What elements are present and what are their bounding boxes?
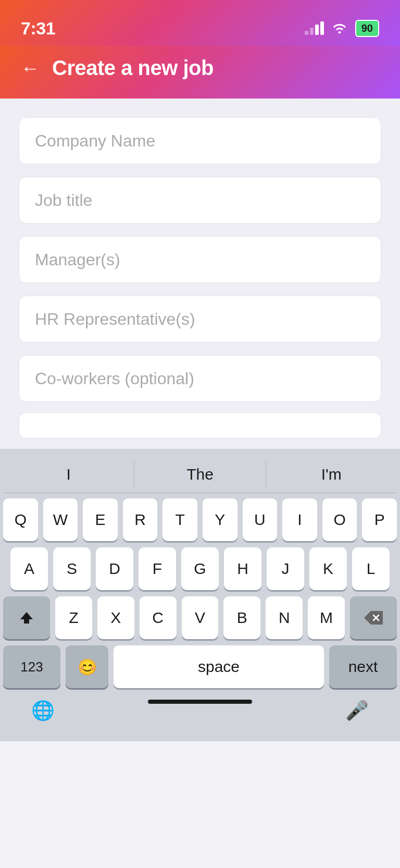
key-o[interactable]: O [322, 498, 357, 541]
numbers-key[interactable]: 123 [3, 645, 60, 688]
key-e[interactable]: E [83, 498, 118, 541]
key-l[interactable]: L [352, 547, 390, 590]
key-i[interactable]: I [282, 498, 317, 541]
page-header: ← Create a new job [0, 46, 400, 99]
keyboard: I The I'm Q W E R T Y U I O P A S D F G … [0, 449, 400, 694]
key-d[interactable]: D [96, 547, 133, 590]
key-n[interactable]: N [266, 596, 303, 639]
status-icons: 90 [305, 20, 379, 37]
key-f[interactable]: F [139, 547, 176, 590]
battery-icon: 90 [355, 20, 379, 37]
key-v[interactable]: V [182, 596, 219, 639]
managers-input[interactable] [19, 236, 381, 283]
key-z[interactable]: Z [55, 596, 92, 639]
company-name-input[interactable] [19, 117, 381, 164]
status-time: 7:31 [21, 18, 55, 39]
key-q[interactable]: Q [3, 498, 38, 541]
key-x[interactable]: X [97, 596, 134, 639]
signal-icon [305, 21, 324, 35]
space-key[interactable]: space [114, 645, 324, 688]
form-area [0, 99, 400, 449]
next-key[interactable]: next [329, 645, 397, 688]
back-button[interactable]: ← [21, 57, 40, 79]
autocomplete-item-3[interactable]: I'm [266, 461, 397, 487]
key-c[interactable]: C [140, 596, 177, 639]
key-t[interactable]: T [162, 498, 197, 541]
keyboard-row-3: Z X C V B N M [3, 596, 397, 639]
key-b[interactable]: B [223, 596, 260, 639]
emoji-key[interactable]: 😊 [66, 645, 108, 688]
key-p[interactable]: P [362, 498, 397, 541]
key-k[interactable]: K [309, 547, 347, 590]
key-r[interactable]: R [123, 498, 158, 541]
globe-icon[interactable]: 🌐 [31, 700, 55, 722]
keyboard-bottom-row: 123 😊 space next [3, 645, 397, 694]
key-y[interactable]: Y [203, 498, 238, 541]
key-s[interactable]: S [53, 547, 91, 590]
shift-key[interactable] [3, 596, 50, 639]
key-a[interactable]: A [10, 547, 48, 590]
delete-key[interactable] [350, 596, 397, 639]
microphone-icon[interactable]: 🎤 [345, 700, 369, 722]
autocomplete-item-1[interactable]: I [3, 461, 134, 487]
key-w[interactable]: W [43, 498, 78, 541]
coworkers-input[interactable] [19, 355, 381, 402]
keyboard-row-1: Q W E R T Y U I O P [3, 498, 397, 541]
keyboard-footer: 🌐 🎤 [0, 694, 400, 741]
key-m[interactable]: M [308, 596, 345, 639]
hr-rep-input[interactable] [19, 296, 381, 343]
autocomplete-bar: I The I'm [3, 456, 397, 493]
key-j[interactable]: J [267, 547, 304, 590]
home-indicator [148, 700, 252, 704]
key-h[interactable]: H [224, 547, 261, 590]
keyboard-row-2: A S D F G H J K L [3, 547, 397, 590]
autocomplete-item-2[interactable]: The [134, 461, 266, 487]
key-g[interactable]: G [181, 547, 219, 590]
key-u[interactable]: U [243, 498, 278, 541]
wifi-icon [331, 20, 348, 36]
page-title: Create a new job [52, 56, 214, 80]
partial-field [19, 412, 381, 438]
status-bar: 7:31 90 [0, 0, 400, 46]
job-title-input[interactable] [19, 177, 381, 224]
